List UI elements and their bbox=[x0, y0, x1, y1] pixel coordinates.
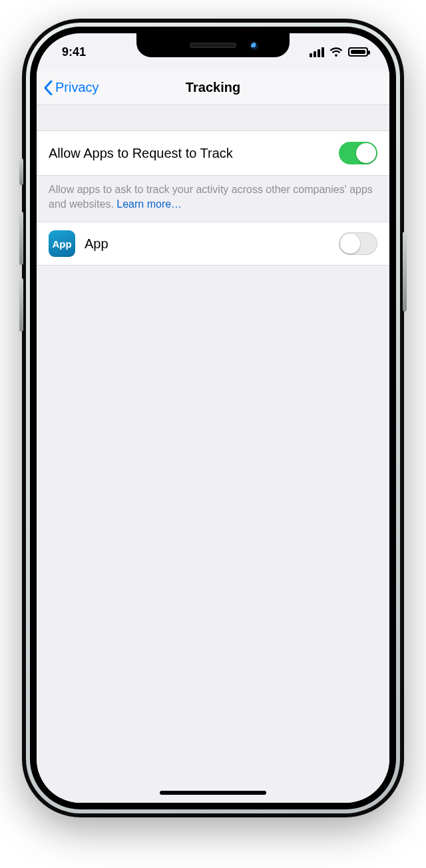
app-name: App bbox=[85, 236, 108, 252]
settings-content: Allow Apps to Request to Track Allow app… bbox=[37, 105, 389, 803]
cellular-signal-icon bbox=[310, 47, 324, 57]
allow-tracking-row: Allow Apps to Request to Track bbox=[37, 130, 389, 176]
home-indicator[interactable] bbox=[160, 791, 266, 795]
app-icon-text: App bbox=[52, 238, 71, 250]
volume-down-button bbox=[19, 278, 23, 331]
phone-frame: 9:41 bbox=[22, 19, 404, 817]
allow-tracking-label: Allow Apps to Request to Track bbox=[49, 146, 233, 161]
back-button[interactable]: Privacy bbox=[43, 71, 99, 105]
learn-more-link[interactable]: Learn more… bbox=[116, 198, 182, 210]
screen: 9:41 bbox=[37, 33, 389, 803]
mute-switch bbox=[19, 158, 23, 185]
notch bbox=[136, 33, 290, 57]
allow-tracking-toggle[interactable] bbox=[339, 142, 377, 164]
nav-bar: Privacy Tracking bbox=[37, 71, 389, 105]
wifi-icon bbox=[329, 47, 343, 57]
tracking-footer-note: Allow apps to ask to track your activity… bbox=[37, 176, 389, 222]
status-icons bbox=[310, 47, 373, 57]
app-tracking-row: App App bbox=[37, 222, 389, 266]
speaker-grille bbox=[190, 43, 236, 48]
app-tracking-toggle[interactable] bbox=[339, 232, 377, 255]
power-button bbox=[403, 232, 407, 312]
battery-icon bbox=[348, 47, 368, 57]
page-title: Tracking bbox=[186, 80, 240, 95]
chevron-left-icon bbox=[43, 81, 53, 95]
front-camera bbox=[250, 41, 259, 51]
back-label: Privacy bbox=[55, 80, 99, 95]
volume-up-button bbox=[19, 212, 23, 265]
status-time: 9:41 bbox=[53, 45, 86, 59]
app-icon: App bbox=[49, 230, 75, 257]
tracking-footer-text: Allow apps to ask to track your activity… bbox=[49, 184, 373, 210]
